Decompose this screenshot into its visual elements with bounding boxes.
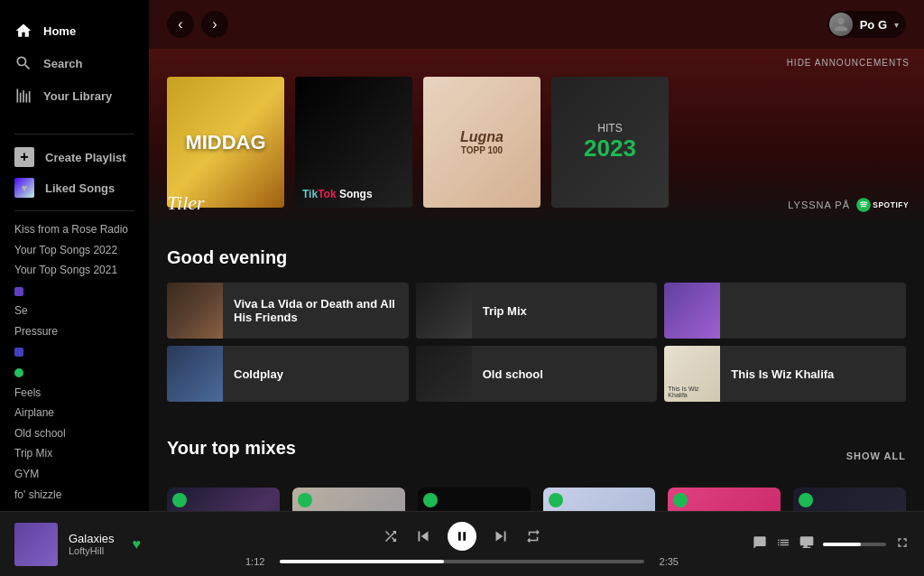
scroll-area[interactable]: HIDE ANNOUNCEMENTS MIDDAG TikTok Songs (149, 49, 924, 511)
drake-mix-thumb: Drake Mix (793, 488, 906, 511)
sidebar-item-home[interactable]: Home (0, 14, 149, 47)
volume-bar[interactable] (823, 543, 886, 546)
create-playlist-icon: + (14, 147, 34, 167)
svg-point-7 (176, 497, 183, 504)
time-current: 1:12 (245, 556, 273, 567)
playlist-item[interactable] (0, 340, 149, 361)
lyrics-button[interactable] (753, 535, 767, 553)
playlist-item[interactable]: fo' shizzle (0, 484, 149, 505)
quick-play-oldschool[interactable]: Old school (416, 346, 658, 402)
svg-point-9 (426, 497, 433, 504)
sidebar-item-library[interactable]: Your Library (0, 79, 149, 112)
top-mixes-grid: R&B Mix Moody Mix (167, 488, 906, 511)
player-bar: Galaxies LoftyHill ♥ 1:12 (0, 511, 924, 576)
tripmix-label: Trip Mix (472, 304, 538, 318)
play-pause-button[interactable] (448, 522, 476, 551)
quick-play-coldplay[interactable]: Coldplay (167, 346, 409, 402)
tiktok-label: TikTok Songs (302, 188, 373, 200)
devices-button[interactable] (799, 535, 814, 553)
progress-track[interactable] (280, 560, 644, 563)
quick-play-grid: Viva La Vida or Death and All His Friend… (167, 283, 906, 402)
sidebar-nav: Home Search Your Library (0, 7, 149, 126)
quick-play-tripmix[interactable]: Trip Mix (416, 283, 658, 339)
playlist-item[interactable]: Pressure (0, 321, 149, 341)
previous-button[interactable] (413, 526, 433, 546)
hide-announcements-button[interactable]: HIDE ANNOUNCEMENTS (787, 58, 910, 68)
avatar (829, 13, 853, 36)
player-track-details: Galaxies LoftyHill (69, 532, 115, 556)
player-album-art (14, 523, 58, 566)
mix-card-drake[interactable]: Drake Mix (793, 488, 906, 511)
shuffle-button[interactable] (383, 528, 399, 544)
coldplay-label: Coldplay (223, 367, 294, 381)
spotify-dot (172, 493, 187, 507)
queue-button[interactable] (776, 535, 790, 553)
mix-card-rnb[interactable]: R&B Mix (167, 488, 280, 511)
mix-card-chill[interactable]: Chill Mix (668, 488, 781, 511)
mix-card-moody[interactable]: Moody Mix (292, 488, 405, 511)
hiphop-mix-thumb: Hip Hop Mix (418, 488, 531, 511)
forward-button[interactable]: › (201, 11, 228, 38)
svg-rect-1 (20, 93, 22, 103)
hero-album-middag[interactable]: MIDDAG (167, 77, 284, 208)
player-buttons (383, 522, 541, 551)
hits-year: 2023 (584, 135, 636, 163)
main-content: ‹ › Po G ▾ HIDE ANNOUNCEMENTS (149, 0, 924, 511)
playlist-item[interactable]: Airplane (0, 402, 149, 423)
fullscreen-button[interactable] (895, 535, 910, 553)
hero-album-tiktok[interactable]: TikTok Songs (295, 77, 412, 208)
repeat-button[interactable] (525, 528, 541, 544)
wizkhalifa-label: This Is Wiz Khalifa (720, 367, 845, 381)
playlist-item[interactable]: Se (0, 300, 149, 321)
vivalavida-label: Viva La Vida or Death and All His Friend… (223, 297, 409, 324)
time-total: 2:35 (651, 556, 679, 567)
playlist-item[interactable]: Feels (0, 382, 149, 403)
playlist-item[interactable]: Kiss from a Rose Radio (0, 218, 149, 239)
middag-title: MIDDAG (185, 131, 265, 154)
topbar: ‹ › Po G ▾ (149, 0, 924, 49)
moody-mix-thumb: Moody Mix (292, 488, 405, 511)
hero-album-lugna[interactable]: Lugna TOPP 100 (423, 77, 541, 208)
back-button[interactable]: ‹ (167, 11, 194, 38)
avatar-image (829, 13, 853, 36)
lugna-subtitle: TOPP 100 (460, 145, 504, 155)
playlist-item[interactable]: Your Top Songs 2021 (0, 259, 149, 280)
top-mixes-section: Your top mixes SHOW ALL R&B Mix (149, 420, 924, 511)
volume-fill (823, 543, 861, 546)
sidebar-divider (14, 134, 134, 135)
playlist-item[interactable] (0, 361, 149, 382)
spotify-dot (298, 493, 312, 507)
sidebar-item-search[interactable]: Search (0, 47, 149, 79)
tripmix-thumb (416, 283, 472, 339)
svg-point-11 (677, 497, 684, 504)
create-playlist-button[interactable]: + Create Playlist (0, 142, 149, 172)
svg-rect-2 (23, 90, 24, 102)
top-mixes-header: Your top mixes SHOW ALL (167, 438, 906, 473)
user-menu[interactable]: Po G ▾ (827, 11, 906, 38)
liked-songs-button[interactable]: ♥ Liked Songs (0, 172, 149, 203)
svg-point-5 (856, 198, 871, 212)
playlist-item[interactable]: Trip Mix (0, 442, 149, 463)
playlist-item[interactable]: Old school (0, 423, 149, 443)
show-all-button[interactable]: SHOW ALL (846, 451, 906, 461)
playlist-item[interactable]: GYM (0, 463, 149, 484)
next-button[interactable] (491, 526, 511, 546)
quick-play-wizkhalifa[interactable]: This Is Wiz Khalifa This Is Wiz Khalifa (664, 346, 906, 402)
playlist-item[interactable]: Your Top Songs 2022 (0, 239, 149, 260)
unknown-thumb (664, 283, 720, 339)
mix-card-house[interactable]: House Mix (543, 488, 656, 511)
svg-point-8 (301, 497, 309, 504)
rnb-mix-thumb: R&B Mix (167, 488, 280, 511)
player-artist-name: LoftyHill (69, 545, 115, 556)
hero-album-hits2023[interactable]: HITS 2023 (551, 77, 669, 208)
quick-play-vivalavida[interactable]: Viva La Vida or Death and All His Friend… (167, 283, 409, 339)
topbar-nav: ‹ › (167, 11, 228, 38)
mix-card-hiphop[interactable]: Hip Hop Mix (418, 488, 531, 511)
svg-point-10 (551, 497, 559, 504)
sidebar-divider-2 (14, 210, 134, 211)
playlist-item[interactable] (0, 280, 149, 301)
player-controls: 1:12 2:35 (213, 522, 711, 567)
svg-rect-0 (17, 89, 19, 103)
liked-heart-icon[interactable]: ♥ (133, 536, 142, 553)
quick-play-unknown[interactable] (664, 283, 906, 339)
